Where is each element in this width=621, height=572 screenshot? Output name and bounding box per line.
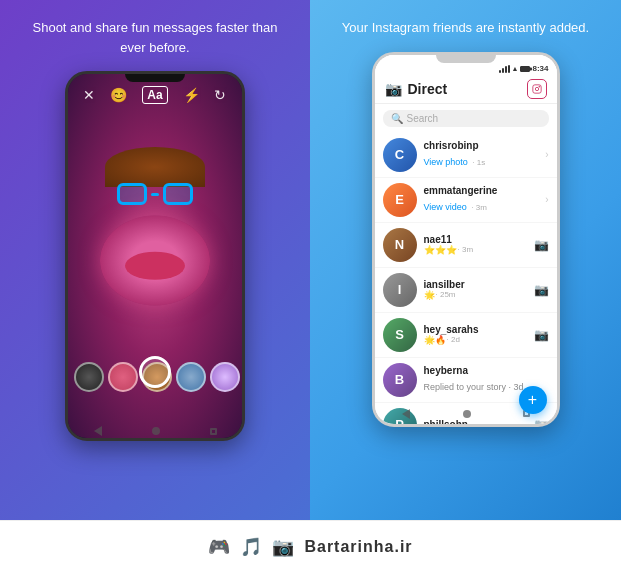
msg-info-heyساrahs: hey_sarahs 🌟🔥 · 2d [424,324,527,345]
glasses-filter [117,183,193,205]
back-button-right[interactable] [402,409,410,419]
action-emmatangerine: › [545,194,548,205]
camera-top-bar: ✕ 😊 Aa ⚡ ↻ [68,86,242,104]
time-iansilber: · 25m [436,290,456,300]
wifi-icon: ▲ [512,65,519,72]
preview-emmatangerine: View video [424,202,467,212]
lips-inner [125,252,185,280]
message-item-nae11[interactable]: N nae11 ⭐⭐⭐ · 3m 📷 [375,223,557,268]
camera-bottom-bar [68,356,242,388]
avatar-nae11: N [383,228,417,262]
time-chrisrobinp: · 1s [472,158,485,167]
action-iansilber: 📷 [534,283,549,297]
music-note-icon: 🎵 [240,536,262,558]
emoji-icon[interactable]: 😊 [110,87,127,103]
rotate-icon[interactable]: ↻ [214,87,226,103]
glasses-bridge [151,193,159,196]
action-heyساrahs: 📷 [534,328,549,342]
username-heyberna: heyberna [424,365,549,376]
message-item-emmatangerine[interactable]: E emmatangerine View video · 3m › [375,178,557,223]
username-phillsohn: phillsohn [424,419,527,424]
home-button[interactable] [152,427,160,435]
ig-direct-title: Direct [408,81,521,97]
avatar-iansilber: I [383,273,417,307]
instagram-logo-icon[interactable] [527,79,547,99]
search-placeholder: Search [407,113,439,124]
text-tool-icon[interactable]: Aa [142,86,167,104]
right-tagline: Your Instagram friends are instantly add… [322,18,609,38]
back-button[interactable] [94,426,102,436]
recents-button[interactable] [210,428,217,435]
action-nae11: 📷 [534,238,549,252]
message-item-iansilber[interactable]: I iansilber 🌟 · 25m 📷 [375,268,557,313]
brand-name: Bartarinha.ir [304,538,412,556]
signal-strength-icon [499,65,510,73]
chevron-icon: › [545,149,548,160]
camera-msg-icon-2: 📷 [534,283,549,297]
shutter-button[interactable] [139,356,171,388]
search-icon: 🔍 [391,113,403,124]
action-chrisrobinp: › [545,149,548,160]
msg-info-phillsohn: phillsohn [424,419,527,424]
preview-heyساrahs: 🌟🔥 · 2d [424,335,527,345]
avatar-heyberna: B [383,363,417,397]
preview-chrisrobinp: View photo [424,157,468,167]
username-heyساrahs: hey_sarahs [424,324,527,335]
message-item-chrisrobinp[interactable]: C chrisrobinp View photo · 1s › [375,133,557,178]
msg-info-nae11: nae11 ⭐⭐⭐ · 3m [424,234,527,255]
game-controller-icon: 🎮 [208,536,230,558]
status-bar: ▲ 8:34 [375,55,557,73]
search-bar[interactable]: 🔍 Search [383,110,549,127]
camera-msg-icon-3: 📷 [534,328,549,342]
camera-screen: ✕ 😊 Aa ⚡ ↻ [68,74,242,438]
svg-rect-0 [532,84,540,92]
chevron-icon-2: › [545,194,548,205]
preview-heyberna: Replied to your story · 3d [424,382,524,392]
username-emmatangerine: emmatangerine [424,185,539,196]
avatar-heyساrahs: S [383,318,417,352]
left-lens [117,183,147,205]
avatar-emmatangerine: E [383,183,417,217]
hair-decoration [105,147,205,187]
phone-right: ▲ 8:34 📷 Direct [372,52,560,427]
svg-point-2 [538,86,539,87]
close-icon[interactable]: ✕ [83,87,95,103]
camera-msg-icon: 📷 [534,238,549,252]
main-container: Shoot and share fun messages faster than… [0,0,621,520]
preview-nae11: ⭐⭐⭐ · 3m [424,245,527,255]
svg-point-1 [535,87,538,90]
battery-icon [520,66,530,72]
flash-icon[interactable]: ⚡ [183,87,200,103]
msg-info-chrisrobinp: chrisrobinp View photo · 1s [424,140,539,169]
preview-iansilber: 🌟 · 25m [424,290,527,300]
time-nae11: · 3m [458,245,474,255]
instagram-screen: ▲ 8:34 📷 Direct [375,55,557,424]
camera-footer-icon: 📷 [272,536,294,558]
left-tagline: Shoot and share fun messages faster than… [0,18,310,57]
messages-list: C chrisrobinp View photo · 1s › E [375,133,557,424]
action-phillsohn: 📷 [534,418,549,424]
msg-info-emmatangerine: emmatangerine View video · 3m [424,185,539,214]
avatar-chrisrobinp: C [383,138,417,172]
time-heyساrahs: · 2d [447,335,460,345]
right-lens [163,183,193,205]
footer: 🎮 🎵 📷 Bartarinha.ir [0,520,621,572]
camera-msg-icon-4: 📷 [534,418,549,424]
time-emmatangerine: · 3m [471,203,487,212]
camera-header-icon[interactable]: 📷 [385,81,402,97]
ig-header: 📷 Direct [375,73,557,104]
phone-left: ✕ 😊 Aa ⚡ ↻ [65,71,245,441]
username-iansilber: iansilber [424,279,527,290]
msg-info-iansilber: iansilber 🌟 · 25m [424,279,527,300]
username-nae11: nae11 [424,234,527,245]
right-panel: Your Instagram friends are instantly add… [310,0,621,520]
left-panel: Shoot and share fun messages faster than… [0,0,310,520]
compose-fab-button[interactable]: + [519,386,547,414]
message-item-heyساrahs[interactable]: S hey_sarahs 🌟🔥 · 2d 📷 [375,313,557,358]
phone-nav-bar-left [68,427,242,435]
username-chrisrobinp: chrisrobinp [424,140,539,151]
home-button-right[interactable] [463,410,471,418]
